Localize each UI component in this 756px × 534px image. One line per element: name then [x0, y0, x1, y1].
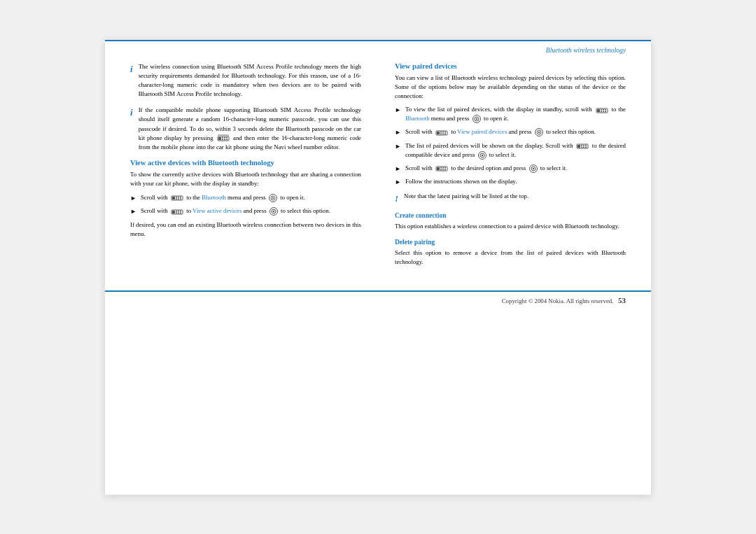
svg-rect-5 [222, 139, 223, 141]
svg-rect-70 [442, 169, 444, 171]
bluetooth-link-1[interactable]: Bluetooth [202, 194, 226, 201]
svg-rect-33 [601, 109, 602, 111]
svg-rect-6 [224, 139, 225, 141]
svg-rect-15 [178, 199, 179, 200]
page-number: 53 [618, 296, 626, 304]
create-connection-text: This option establishes a wireless conne… [395, 222, 626, 231]
press-icon-2 [269, 206, 279, 216]
svg-rect-36 [601, 111, 602, 112]
svg-rect-60 [585, 147, 587, 148]
bullet-item: ► The list of paired devices will be sho… [395, 141, 626, 160]
svg-rect-69 [440, 169, 442, 171]
svg-rect-68 [444, 167, 446, 169]
info-icon-1: i [130, 62, 133, 99]
press-icon-1 [268, 193, 278, 203]
bullet-arrow: ► [395, 142, 401, 160]
svg-rect-56 [583, 145, 584, 146]
svg-rect-48 [442, 133, 444, 134]
section-title-view-paired: View paired devices [395, 62, 626, 70]
svg-point-63 [481, 155, 482, 156]
svg-rect-24 [180, 211, 181, 212]
svg-rect-3 [224, 137, 225, 139]
view-paired-bullets: ► To view the list of paired devices, wi… [395, 105, 626, 188]
svg-rect-54 [578, 145, 580, 148]
scroll-icon-r4 [435, 164, 448, 172]
svg-rect-34 [603, 109, 604, 111]
section-outro-view-active: If desired, you can end an existing Blue… [130, 220, 361, 239]
svg-rect-45 [442, 132, 444, 133]
svg-rect-21 [172, 211, 175, 213]
left-column: i The wireless connection using Bluetoot… [130, 62, 378, 272]
svg-rect-55 [581, 145, 582, 146]
bullet-item: ► Scroll with [395, 164, 626, 174]
svg-rect-10 [172, 197, 175, 199]
svg-rect-58 [581, 147, 582, 148]
scroll-icon-1 [171, 194, 183, 202]
svg-rect-1 [218, 137, 221, 140]
view-active-link[interactable]: View active devices [192, 207, 241, 214]
bullet-text: Follow the instructions shown on the dis… [405, 177, 517, 188]
info-block-2: i If the compatible mobile phone support… [130, 106, 361, 152]
svg-rect-46 [444, 132, 446, 133]
bullet-text: The list of paired devices will be shown… [405, 141, 626, 160]
bullet-arrow: ► [395, 164, 401, 174]
svg-rect-38 [605, 111, 606, 112]
bullet-text: Scroll with [141, 193, 305, 204]
bullet-item: ► Scroll with [395, 127, 626, 138]
svg-point-74 [532, 168, 533, 169]
note-icon: ! [395, 192, 398, 206]
svg-rect-57 [585, 145, 587, 146]
subsection-title-create-connection: Create connection [395, 212, 626, 219]
svg-rect-25 [176, 212, 177, 213]
bullet-text: Scroll with [141, 206, 330, 217]
subsection-title-delete-pairing: Delete pairing [395, 239, 626, 246]
svg-rect-65 [437, 167, 440, 170]
scroll-icon-r2 [435, 129, 448, 136]
info-text-1: The wireless connection using Bluetooth … [139, 62, 361, 99]
svg-rect-11 [176, 197, 177, 198]
bullet-text: To view the list of paired devices, with… [405, 105, 626, 124]
delete-pairing-text: Select this option to remove a device fr… [395, 248, 626, 267]
press-icon-r4 [528, 164, 538, 174]
svg-rect-37 [603, 111, 604, 112]
view-paired-link-r2[interactable]: View paired devices [457, 128, 507, 135]
info-text-2: If the compatible mobile phone supportin… [139, 106, 361, 152]
scroll-icon-r3 [576, 142, 589, 150]
svg-rect-49 [444, 133, 446, 134]
bluetooth-link-r1[interactable]: Bluetooth [405, 115, 430, 122]
navi-icon-inline [217, 134, 230, 142]
svg-rect-59 [583, 147, 584, 148]
svg-rect-16 [180, 199, 181, 200]
scroll-icon-2 [171, 208, 183, 216]
page-footer: Copyright © 2004 Nokia. All rights reser… [105, 292, 651, 310]
svg-rect-13 [180, 197, 181, 198]
bullet-arrow: ► [395, 128, 401, 138]
svg-rect-23 [178, 211, 179, 212]
view-paired-intro: You can view a list of Bluetooth wireles… [395, 73, 626, 101]
bullet-text: Scroll with [405, 127, 596, 138]
svg-rect-32 [597, 109, 600, 112]
svg-rect-44 [440, 132, 442, 133]
bullet-arrow: ► [130, 207, 136, 217]
svg-rect-22 [176, 211, 177, 212]
svg-rect-26 [178, 212, 179, 213]
bullet-arrow: ► [395, 106, 401, 124]
svg-point-41 [476, 118, 477, 120]
svg-point-19 [272, 197, 274, 198]
svg-rect-35 [605, 109, 606, 111]
svg-rect-14 [176, 199, 177, 200]
bullet-text: Scroll with [405, 164, 567, 174]
svg-point-52 [538, 132, 540, 133]
bullet-item: ► Follow the instructions shown on the d… [395, 177, 626, 188]
press-icon-r2 [534, 127, 544, 137]
copyright-text: Copyright © 2004 Nokia. All rights reser… [502, 297, 614, 304]
svg-rect-66 [440, 167, 442, 169]
svg-rect-4 [226, 137, 227, 139]
page: Bluetooth wireless technology i The wire… [105, 40, 651, 495]
bullet-item: ► Scroll with [130, 193, 361, 204]
note-block: ! Note that the latest pairing will be l… [395, 192, 626, 206]
bullet-item: ► Scroll with [130, 206, 361, 217]
right-column: View paired devices You can view a list … [378, 62, 626, 272]
section-intro-view-active: To show the currently active devices wit… [130, 170, 361, 188]
info-icon-2: i [130, 106, 133, 152]
